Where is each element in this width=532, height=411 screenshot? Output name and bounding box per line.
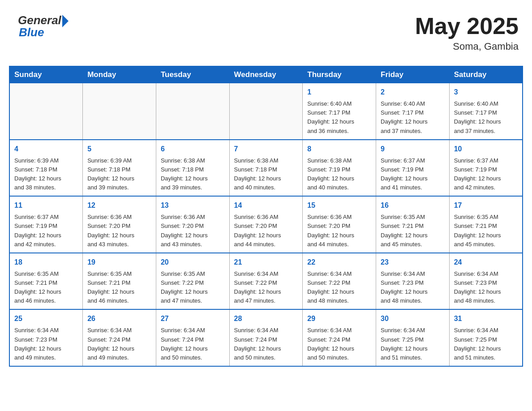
day-info: Sunrise: 6:34 AMSunset: 7:22 PMDaylight:… (234, 270, 298, 306)
calendar-cell: 2Sunrise: 6:40 AMSunset: 7:17 PMDaylight… (376, 83, 450, 140)
calendar-header-row: SundayMondayTuesdayWednesdayThursdayFrid… (9, 66, 523, 83)
calendar-cell: 22Sunrise: 6:34 AMSunset: 7:22 PMDayligh… (303, 253, 376, 310)
day-info: Sunrise: 6:34 AMSunset: 7:23 PMDaylight:… (14, 326, 78, 362)
day-number: 3 (454, 87, 518, 98)
day-info: Sunrise: 6:39 AMSunset: 7:18 PMDaylight:… (87, 156, 151, 193)
calendar-cell: 24Sunrise: 6:34 AMSunset: 7:23 PMDayligh… (449, 253, 523, 310)
calendar-week-row: 18Sunrise: 6:35 AMSunset: 7:21 PMDayligh… (9, 253, 523, 310)
day-number: 18 (14, 257, 78, 268)
day-info: Sunrise: 6:40 AMSunset: 7:17 PMDaylight:… (454, 99, 518, 136)
day-info: Sunrise: 6:34 AMSunset: 7:23 PMDaylight:… (381, 270, 445, 306)
day-info: Sunrise: 6:34 AMSunset: 7:24 PMDaylight:… (161, 326, 225, 362)
day-number: 12 (87, 200, 151, 211)
day-number: 9 (381, 144, 445, 154)
day-number: 7 (234, 144, 298, 154)
day-number: 21 (234, 257, 298, 268)
day-number: 8 (307, 144, 371, 154)
day-header-monday: Monday (83, 66, 156, 83)
day-info: Sunrise: 6:35 AMSunset: 7:21 PMDaylight:… (87, 270, 151, 306)
day-number: 26 (87, 313, 151, 324)
calendar-cell: 8Sunrise: 6:38 AMSunset: 7:19 PMDaylight… (303, 140, 376, 197)
calendar-cell: 28Sunrise: 6:34 AMSunset: 7:24 PMDayligh… (229, 309, 303, 366)
day-number: 19 (87, 257, 151, 268)
title-area: May 2025 Soma, Gambia (415, 13, 519, 52)
calendar-cell: 9Sunrise: 6:37 AMSunset: 7:19 PMDaylight… (376, 140, 450, 197)
calendar-cell: 7Sunrise: 6:38 AMSunset: 7:18 PMDaylight… (229, 140, 303, 197)
day-number: 16 (381, 200, 445, 211)
day-number: 27 (161, 313, 225, 324)
calendar-week-row: 11Sunrise: 6:37 AMSunset: 7:19 PMDayligh… (9, 196, 523, 253)
day-number: 25 (14, 313, 78, 324)
day-info: Sunrise: 6:35 AMSunset: 7:21 PMDaylight:… (14, 270, 78, 306)
day-number: 11 (14, 200, 78, 211)
calendar-cell: 26Sunrise: 6:34 AMSunset: 7:24 PMDayligh… (83, 309, 156, 366)
month-title: May 2025 (415, 13, 519, 39)
calendar-cell: 12Sunrise: 6:36 AMSunset: 7:20 PMDayligh… (83, 196, 156, 253)
day-info: Sunrise: 6:35 AMSunset: 7:22 PMDaylight:… (161, 270, 225, 306)
day-number: 23 (381, 257, 445, 268)
day-header-friday: Friday (376, 66, 450, 83)
calendar-cell: 17Sunrise: 6:35 AMSunset: 7:21 PMDayligh… (449, 196, 523, 253)
day-info: Sunrise: 6:40 AMSunset: 7:17 PMDaylight:… (307, 99, 371, 136)
location-text: Soma, Gambia (415, 41, 519, 52)
calendar-cell: 11Sunrise: 6:37 AMSunset: 7:19 PMDayligh… (9, 196, 83, 253)
day-info: Sunrise: 6:36 AMSunset: 7:20 PMDaylight:… (234, 213, 298, 249)
day-number: 6 (161, 144, 225, 154)
day-info: Sunrise: 6:37 AMSunset: 7:19 PMDaylight:… (14, 213, 78, 249)
page-header: General Blue May 2025 Soma, Gambia (9, 9, 523, 57)
day-number: 28 (234, 313, 298, 324)
day-info: Sunrise: 6:34 AMSunset: 7:22 PMDaylight:… (307, 270, 371, 306)
day-number: 10 (454, 144, 518, 154)
calendar-cell: 6Sunrise: 6:38 AMSunset: 7:18 PMDaylight… (156, 140, 229, 197)
day-number: 14 (234, 200, 298, 211)
calendar-cell: 21Sunrise: 6:34 AMSunset: 7:22 PMDayligh… (229, 253, 303, 310)
calendar-cell (83, 83, 156, 140)
calendar-cell: 16Sunrise: 6:35 AMSunset: 7:21 PMDayligh… (376, 196, 450, 253)
calendar-cell: 23Sunrise: 6:34 AMSunset: 7:23 PMDayligh… (376, 253, 450, 310)
calendar-cell: 3Sunrise: 6:40 AMSunset: 7:17 PMDaylight… (449, 83, 523, 140)
calendar-cell: 13Sunrise: 6:36 AMSunset: 7:20 PMDayligh… (156, 196, 229, 253)
day-info: Sunrise: 6:34 AMSunset: 7:25 PMDaylight:… (381, 326, 445, 362)
day-number: 20 (161, 257, 225, 268)
day-number: 30 (381, 313, 445, 324)
calendar-cell: 30Sunrise: 6:34 AMSunset: 7:25 PMDayligh… (376, 309, 450, 366)
day-number: 31 (454, 313, 518, 324)
calendar-cell: 29Sunrise: 6:34 AMSunset: 7:24 PMDayligh… (303, 309, 376, 366)
calendar-cell: 25Sunrise: 6:34 AMSunset: 7:23 PMDayligh… (9, 309, 83, 366)
day-number: 13 (161, 200, 225, 211)
calendar-cell: 15Sunrise: 6:36 AMSunset: 7:20 PMDayligh… (303, 196, 376, 253)
day-number: 15 (307, 200, 371, 211)
day-info: Sunrise: 6:38 AMSunset: 7:18 PMDaylight:… (161, 156, 225, 193)
calendar-cell (229, 83, 303, 140)
calendar-cell: 14Sunrise: 6:36 AMSunset: 7:20 PMDayligh… (229, 196, 303, 253)
day-number: 29 (307, 313, 371, 324)
day-info: Sunrise: 6:39 AMSunset: 7:18 PMDaylight:… (14, 156, 78, 193)
day-number: 17 (454, 200, 518, 211)
day-info: Sunrise: 6:35 AMSunset: 7:21 PMDaylight:… (381, 213, 445, 249)
logo-blue-text: Blue (19, 26, 44, 39)
day-header-wednesday: Wednesday (229, 66, 303, 83)
day-info: Sunrise: 6:34 AMSunset: 7:24 PMDaylight:… (307, 326, 371, 362)
calendar-cell: 20Sunrise: 6:35 AMSunset: 7:22 PMDayligh… (156, 253, 229, 310)
calendar-cell: 4Sunrise: 6:39 AMSunset: 7:18 PMDaylight… (9, 140, 83, 197)
day-info: Sunrise: 6:36 AMSunset: 7:20 PMDaylight:… (87, 213, 151, 249)
day-info: Sunrise: 6:34 AMSunset: 7:24 PMDaylight:… (234, 326, 298, 362)
day-info: Sunrise: 6:37 AMSunset: 7:19 PMDaylight:… (381, 156, 445, 193)
logo: General Blue (18, 13, 69, 39)
day-header-sunday: Sunday (9, 66, 83, 83)
day-info: Sunrise: 6:34 AMSunset: 7:24 PMDaylight:… (87, 326, 151, 362)
calendar-cell: 31Sunrise: 6:34 AMSunset: 7:25 PMDayligh… (449, 309, 523, 366)
calendar-week-row: 1Sunrise: 6:40 AMSunset: 7:17 PMDaylight… (9, 83, 523, 140)
day-header-tuesday: Tuesday (156, 66, 229, 83)
day-number: 24 (454, 257, 518, 268)
day-info: Sunrise: 6:36 AMSunset: 7:20 PMDaylight:… (161, 213, 225, 249)
calendar-week-row: 4Sunrise: 6:39 AMSunset: 7:18 PMDaylight… (9, 140, 523, 197)
calendar-cell: 5Sunrise: 6:39 AMSunset: 7:18 PMDaylight… (83, 140, 156, 197)
calendar-cell: 1Sunrise: 6:40 AMSunset: 7:17 PMDaylight… (303, 83, 376, 140)
calendar-table: SundayMondayTuesdayWednesdayThursdayFrid… (9, 66, 523, 367)
day-info: Sunrise: 6:34 AMSunset: 7:23 PMDaylight:… (454, 270, 518, 306)
day-header-thursday: Thursday (303, 66, 376, 83)
day-header-saturday: Saturday (449, 66, 523, 83)
calendar-cell: 18Sunrise: 6:35 AMSunset: 7:21 PMDayligh… (9, 253, 83, 310)
calendar-cell (156, 83, 229, 140)
